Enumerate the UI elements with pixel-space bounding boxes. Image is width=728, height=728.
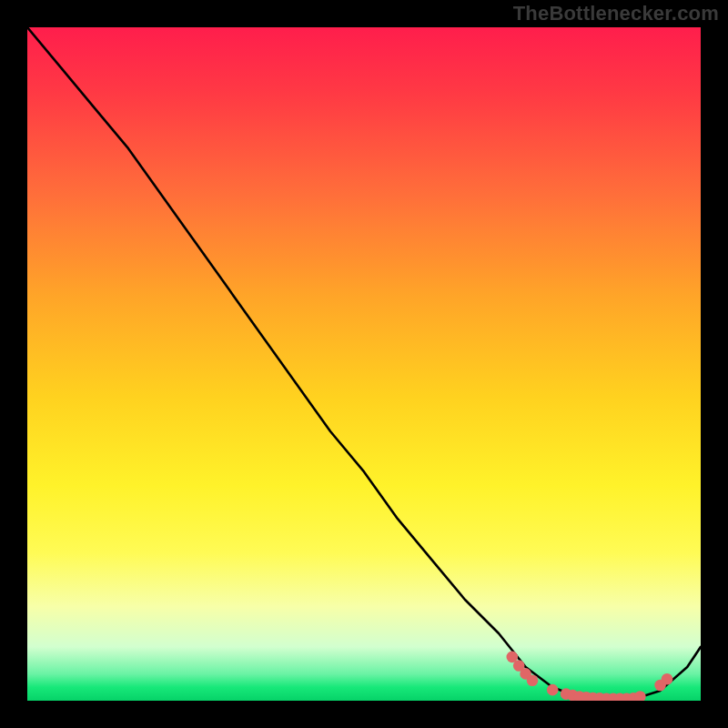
highlight-dot bbox=[547, 684, 559, 696]
highlight-dot bbox=[527, 675, 539, 687]
plot-gradient-background bbox=[27, 27, 701, 701]
chart-svg bbox=[27, 27, 701, 701]
bottleneck-curve-path bbox=[27, 27, 701, 700]
highlight-dot bbox=[634, 691, 646, 701]
watermark-text: TheBottlenecker.com bbox=[513, 2, 719, 25]
highlight-dots-group bbox=[507, 652, 673, 701]
highlight-dot bbox=[662, 673, 673, 685]
chart-frame: TheBottlenecker.com bbox=[0, 0, 728, 728]
